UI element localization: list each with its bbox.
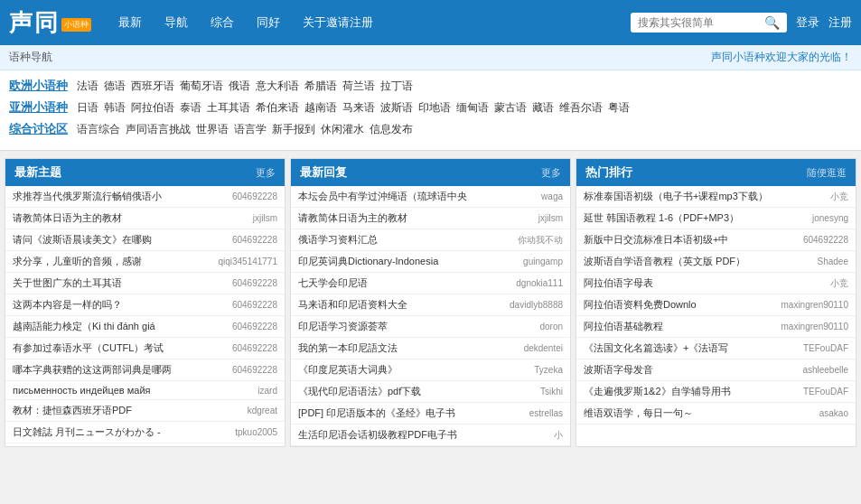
row-title-0-0[interactable]: 求推荐当代俄罗斯流行畅销俄语小 — [13, 190, 228, 203]
main-content: 最新主题更多求推荐当代俄罗斯流行畅销俄语小604692228请教简体日语为主的教… — [0, 151, 861, 454]
row-title-2-10[interactable]: 维语双语学，每日一句～ — [584, 406, 815, 420]
row-title-2-9[interactable]: 《走遍俄罗斯1&2》自学辅导用书 — [584, 385, 799, 398]
row-title-1-10[interactable]: [PDF] 印尼语版本的《圣经》电子书 — [298, 406, 525, 420]
nav-item-1[interactable]: 导航 — [155, 10, 197, 35]
row-title-1-9[interactable]: 《现代印尼语语法》pdf下载 — [298, 385, 536, 398]
nav-item-4[interactable]: 关于邀请注册 — [294, 10, 382, 35]
nav-item-0[interactable]: 最新 — [109, 10, 151, 35]
list-item: 俄语学习资料汇总你动我不动 — [291, 229, 570, 251]
panel-more-2[interactable]: 随便逛逛 — [807, 166, 847, 180]
nav-item-2[interactable]: 综合 — [201, 10, 243, 35]
row-title-1-2[interactable]: 俄语学习资料汇总 — [298, 233, 513, 247]
list-item: 《法国文化名篇选读》+《法语写TEFouDAF — [576, 338, 856, 359]
row-title-0-6[interactable]: 越南語能力検定（Ki thi đánh giá — [13, 320, 228, 333]
panel-rows-1: 本坛会员中有学过沖绳语（琉球语中央waga请教简体日语为主的教材jxjilsm俄… — [291, 186, 570, 446]
panel-more-1[interactable]: 更多 — [541, 166, 561, 180]
lang-link-0-3[interactable]: 葡萄牙语 — [180, 79, 223, 94]
lang-link-2-0[interactable]: 语言综合 — [77, 122, 120, 137]
panel-header-0: 最新主题更多 — [5, 159, 285, 186]
list-item: 求推荐当代俄罗斯流行畅销俄语小604692228 — [5, 186, 285, 208]
login-link[interactable]: 登录 — [796, 14, 819, 31]
lang-link-1-1[interactable]: 韩语 — [104, 100, 126, 116]
row-title-2-6[interactable]: 阿拉伯语基础教程 — [584, 320, 777, 333]
row-user-0-0: 604692228 — [232, 191, 277, 201]
lang-link-0-4[interactable]: 俄语 — [229, 79, 250, 94]
logo-text[interactable]: 声同 — [9, 7, 60, 39]
list-item: письменность индейцев майяizard — [5, 381, 285, 400]
register-link[interactable]: 注册 — [828, 14, 852, 31]
lang-link-2-2[interactable]: 世界语 — [196, 122, 229, 137]
lang-category-2[interactable]: 综合讨论区 — [9, 121, 68, 137]
lang-link-2-3[interactable]: 语言学 — [234, 122, 267, 137]
row-title-0-2[interactable]: 请问《波斯语晨读美文》在哪购 — [13, 233, 228, 247]
lang-sections: 欧洲小语种法语德语西班牙语葡萄牙语俄语意大利语希腊语荷兰语拉丁语亚洲小语种日语韩… — [0, 70, 861, 151]
row-title-0-11[interactable]: 日文雑誌 月刊ニュースがわかる - — [13, 425, 230, 439]
row-title-1-7[interactable]: 我的第一本印尼語文法 — [298, 341, 519, 355]
lang-link-1-0[interactable]: 日语 — [77, 100, 98, 116]
nav-item-3[interactable]: 同好 — [248, 10, 289, 35]
row-user-2-2: 604692228 — [803, 235, 848, 245]
lang-link-1-4[interactable]: 土耳其语 — [207, 100, 250, 116]
lang-link-1-8[interactable]: 波斯语 — [380, 100, 413, 116]
search-icon[interactable]: 🔍 — [764, 15, 780, 30]
row-title-2-0[interactable]: 标准泰国语初级（电子书+课程mp3下载） — [584, 190, 826, 203]
row-title-2-1[interactable]: 延世 韩国语教程 1-6（PDF+MP3） — [584, 211, 808, 225]
row-title-0-3[interactable]: 求分享，儿童听的音频，感谢 — [13, 255, 213, 268]
row-title-1-11[interactable]: 生活印尼语会话初级教程PDF电子书 — [298, 428, 549, 442]
lang-link-1-9[interactable]: 印地语 — [418, 100, 451, 116]
panel-header-1: 最新回复更多 — [291, 159, 570, 186]
row-user-1-0: waga — [541, 191, 563, 201]
lang-row-2: 综合讨论区语言综合声同语言挑战世界语语言学新手报到休闲灌水信息发布 — [9, 121, 852, 137]
row-title-2-8[interactable]: 波斯语字母发音 — [584, 363, 798, 377]
row-title-0-1[interactable]: 请教简体日语为主的教材 — [13, 211, 248, 225]
row-title-1-8[interactable]: 《印度尼英语大词典》 — [298, 363, 529, 377]
row-title-0-10[interactable]: 教材：捷恒森西班牙语PDF — [13, 404, 243, 417]
lang-link-0-2[interactable]: 西班牙语 — [131, 79, 174, 94]
lang-link-2-6[interactable]: 信息发布 — [370, 122, 413, 137]
row-title-2-3[interactable]: 波斯语自学语音教程（英文版 PDF） — [584, 255, 813, 268]
lang-link-2-4[interactable]: 新手报到 — [272, 122, 315, 137]
row-title-2-2[interactable]: 新版中日交流标准日本语初级+中 — [584, 233, 799, 247]
panel-panel1: 最新主题更多求推荐当代俄罗斯流行畅销俄语小604692228请教简体日语为主的教… — [5, 158, 285, 447]
search-input[interactable] — [638, 16, 764, 29]
lang-link-1-12[interactable]: 藏语 — [532, 100, 554, 116]
lang-link-1-3[interactable]: 泰语 — [180, 100, 201, 116]
row-title-2-7[interactable]: 《法国文化名篇选读》+《法语写 — [584, 341, 799, 355]
lang-link-0-1[interactable]: 德语 — [104, 79, 126, 94]
lang-link-0-5[interactable]: 意大利语 — [256, 79, 299, 94]
panel-panel2: 最新回复更多本坛会员中有学过沖绳语（琉球语中央waga请教简体日语为主的教材jx… — [290, 158, 571, 447]
lang-link-1-5[interactable]: 希伯来语 — [256, 100, 299, 116]
row-user-2-1: jonesyng — [812, 213, 848, 223]
lang-link-1-2[interactable]: 阿拉伯语 — [131, 100, 174, 116]
lang-link-1-13[interactable]: 维吾尔语 — [559, 100, 603, 116]
lang-link-1-11[interactable]: 蒙古语 — [494, 100, 527, 116]
lang-link-2-1[interactable]: 声同语言挑战 — [126, 122, 191, 137]
row-title-1-1[interactable]: 请教简体日语为主的教材 — [298, 211, 534, 225]
panel-more-0[interactable]: 更多 — [256, 166, 276, 180]
lang-link-1-6[interactable]: 越南语 — [304, 100, 337, 116]
row-title-1-0[interactable]: 本坛会员中有学过沖绳语（琉球语中央 — [298, 190, 537, 203]
lang-link-1-7[interactable]: 马来语 — [342, 100, 375, 116]
lang-link-0-8[interactable]: 拉丁语 — [380, 79, 413, 94]
list-item: 有参加过泰语水平（CUTFL）考试604692228 — [5, 338, 285, 359]
row-title-0-4[interactable]: 关于世图广东的土耳其语 — [13, 276, 228, 290]
lang-category-0[interactable]: 欧洲小语种 — [9, 78, 68, 94]
lang-category-1[interactable]: 亚洲小语种 — [9, 99, 68, 116]
lang-link-0-0[interactable]: 法语 — [77, 79, 98, 94]
row-title-2-5[interactable]: 阿拉伯语资料免费Downlo — [584, 298, 777, 312]
lang-link-2-5[interactable]: 休闲灌水 — [321, 122, 364, 137]
row-title-2-4[interactable]: 阿拉伯语字母表 — [584, 276, 826, 290]
panel-panel3: 热门排行随便逛逛标准泰国语初级（电子书+课程mp3下载）小竞延世 韩国语教程 1… — [576, 158, 856, 447]
row-title-0-9[interactable]: письменность индейцев майя — [13, 385, 253, 396]
row-title-1-6[interactable]: 印尼语学习资源荟萃 — [298, 320, 535, 333]
lang-link-1-10[interactable]: 缅甸语 — [456, 100, 489, 116]
row-title-1-4[interactable]: 七天学会印尼语 — [298, 276, 511, 290]
lang-link-0-6[interactable]: 希腊语 — [304, 79, 337, 94]
row-title-0-8[interactable]: 哪本字典获赠的这这两部词典是哪两 — [13, 363, 228, 377]
row-title-1-3[interactable]: 印尼英词典Dictionary-Indonesia — [298, 255, 519, 268]
row-title-0-5[interactable]: 这两本内容是一样的吗？ — [13, 298, 228, 312]
row-title-1-5[interactable]: 马来语和印尼语资料大全 — [298, 298, 505, 312]
lang-link-1-14[interactable]: 粤语 — [608, 100, 630, 116]
lang-link-0-7[interactable]: 荷兰语 — [342, 79, 375, 94]
row-title-0-7[interactable]: 有参加过泰语水平（CUTFL）考试 — [13, 341, 228, 355]
